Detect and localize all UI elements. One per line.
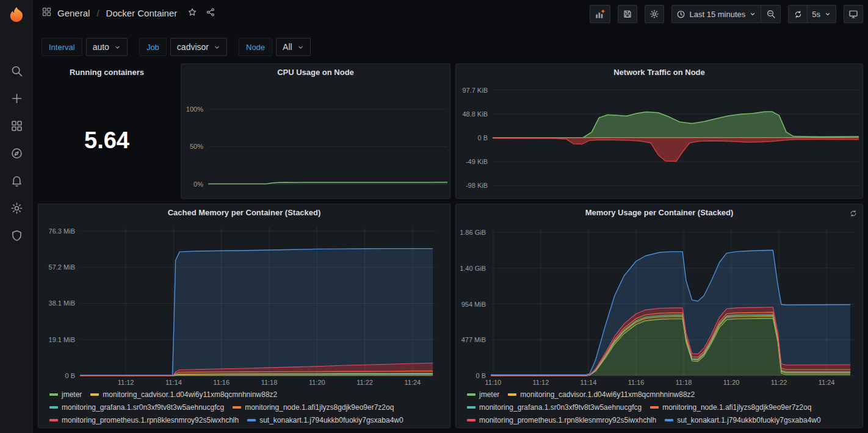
- svg-text:0 B: 0 B: [476, 372, 486, 379]
- svg-text:11:14: 11:14: [165, 379, 182, 386]
- svg-text:38.1 MiB: 38.1 MiB: [49, 299, 75, 307]
- variable-value-job[interactable]: cadvisor: [170, 38, 227, 56]
- legend-label: sut_konakart.1.j794ukkb0fuokiy7gsxaba4w0: [677, 414, 821, 426]
- alerting-icon[interactable]: [10, 174, 23, 187]
- legend-marker: [508, 393, 516, 396]
- legend-item[interactable]: monitoring_node.1.afi1jlyzs8gdjk9eo9er7z…: [233, 401, 394, 413]
- svg-text:57.2 MiB: 57.2 MiB: [49, 263, 75, 271]
- variable-value-node[interactable]: All: [276, 38, 311, 56]
- panel-title: Memory Usage per Container (Stacked): [456, 208, 863, 217]
- variable-label-interval: Interval: [42, 38, 82, 56]
- configuration-icon[interactable]: [10, 202, 23, 215]
- panel-network-traffic[interactable]: Network Traffic on Node 97.7 KiB48.8 KiB…: [455, 63, 863, 199]
- stat-value: 5.64: [38, 127, 175, 154]
- svg-text:76.3 MiB: 76.3 MiB: [49, 227, 75, 235]
- svg-text:11:12: 11:12: [118, 379, 134, 386]
- network-traffic-chart: 97.7 KiB48.8 KiB0 B-49 KiB-98 KiB: [456, 64, 863, 201]
- explore-icon[interactable]: [10, 147, 23, 160]
- legend-label: monitoring_grafana.1.sr0n3xf9tv8t3w5aehn…: [62, 401, 224, 413]
- legend-label: monitoring_cadvisor.1.d04wi6y11xm8qcmnhn…: [520, 388, 695, 401]
- svg-text:11:10: 11:10: [485, 379, 502, 386]
- svg-text:100%: 100%: [186, 106, 203, 113]
- legend-marker: [467, 419, 476, 421]
- svg-text:11:24: 11:24: [404, 379, 421, 386]
- svg-text:0 B: 0 B: [477, 134, 488, 141]
- legend-label: monitoring_prometheus.1.rpn8klesnmroy92s…: [62, 414, 239, 426]
- panel-memory-usage[interactable]: Memory Usage per Container (Stacked) 11:…: [455, 204, 863, 428]
- grafana-logo[interactable]: [0, 0, 33, 29]
- legend-item[interactable]: monitoring_cadvisor.1.d04wi6y11xm8qcmnhn…: [90, 388, 277, 401]
- legend-item[interactable]: monitoring_prometheus.1.rpn8klesnmroy92s…: [49, 414, 239, 426]
- legend-label: monitoring_prometheus.1.rpn8klesnmroy92s…: [479, 414, 656, 426]
- search-icon[interactable]: [10, 65, 23, 77]
- panel-cpu-usage[interactable]: CPU Usage on Node 100%50%0%: [181, 63, 450, 199]
- legend-marker: [49, 393, 58, 396]
- panel-cached-memory[interactable]: Cached Memory per Container (Stacked) 11…: [38, 204, 450, 428]
- breadcrumb-page[interactable]: Docker Container: [106, 8, 178, 18]
- time-range-picker[interactable]: Last 15 minutes: [671, 5, 761, 23]
- legend-item[interactable]: monitoring_prometheus.1.rpn8klesnmroy92s…: [467, 414, 656, 426]
- sidebar: [0, 0, 33, 433]
- svg-text:11:24: 11:24: [819, 379, 835, 386]
- star-icon[interactable]: [187, 7, 197, 19]
- legend-marker: [49, 419, 58, 421]
- variable-label-job: Job: [139, 38, 167, 56]
- panel-title: Running containers: [38, 68, 175, 77]
- legend-label: jmeter: [62, 388, 82, 401]
- svg-text:-98 KiB: -98 KiB: [466, 182, 488, 189]
- legend-label: jmeter: [479, 388, 499, 401]
- dashboard-settings-button[interactable]: [645, 5, 664, 23]
- refresh-button[interactable]: [788, 5, 808, 23]
- legend-item[interactable]: jmeter: [467, 388, 499, 401]
- legend-item[interactable]: sut_konakart.1.j794ukkb0fuokiy7gsxaba4w0: [247, 414, 403, 426]
- svg-text:11:18: 11:18: [261, 379, 278, 386]
- dashboards-icon[interactable]: [10, 120, 23, 132]
- toolbar: Last 15 minutes 5s: [590, 5, 863, 23]
- legend-item[interactable]: sut_konakart.1.j794ukkb0fuokiy7gsxaba4w0: [665, 414, 821, 426]
- legend-marker: [90, 393, 99, 396]
- main-area: General / Docker Container Last 15 minut…: [33, 0, 868, 433]
- variable-value-interval[interactable]: auto: [86, 38, 128, 56]
- zoom-out-button[interactable]: [761, 5, 781, 23]
- legend-item[interactable]: monitoring_grafana.1.sr0n3xf9tv8t3w5aehn…: [467, 401, 642, 413]
- breadcrumb-separator: /: [95, 8, 100, 18]
- panel-refresh-icon[interactable]: [849, 209, 858, 220]
- add-panel-button[interactable]: [590, 5, 610, 23]
- svg-text:97.7 KiB: 97.7 KiB: [462, 87, 488, 94]
- breadcrumb-section[interactable]: General: [57, 8, 90, 18]
- chart-legend: jmetermonitoring_cadvisor.1.d04wi6y11xm8…: [49, 388, 446, 426]
- svg-text:1.86 GiB: 1.86 GiB: [460, 229, 486, 236]
- variable-label-node: Node: [239, 38, 272, 56]
- server-admin-icon[interactable]: [10, 229, 23, 242]
- chart-legend: jmetermonitoring_cadvisor.1.d04wi6y11xm8…: [467, 388, 859, 426]
- legend-marker: [247, 419, 256, 421]
- legend-marker: [650, 406, 659, 409]
- legend-marker: [665, 419, 673, 421]
- svg-text:50%: 50%: [190, 143, 203, 150]
- cycle-view-mode-button[interactable]: [844, 5, 863, 23]
- svg-text:11:16: 11:16: [628, 379, 645, 386]
- legend-item[interactable]: monitoring_cadvisor.1.d04wi6y11xm8qcmnhn…: [508, 388, 695, 401]
- dashboard-icon: [42, 7, 52, 19]
- panel-title: Network Traffic on Node: [456, 68, 863, 77]
- legend-item[interactable]: jmeter: [49, 388, 82, 401]
- panel-running-containers[interactable]: Running containers 5.64: [38, 63, 176, 199]
- legend-item[interactable]: monitoring_grafana.1.sr0n3xf9tv8t3w5aehn…: [49, 401, 224, 413]
- breadcrumb: General / Docker Container: [42, 7, 215, 19]
- refresh-interval-picker[interactable]: 5s: [808, 5, 836, 23]
- svg-text:11:20: 11:20: [309, 379, 325, 386]
- panel-title: CPU Usage on Node: [181, 68, 450, 77]
- svg-text:48.8 KiB: 48.8 KiB: [462, 110, 488, 118]
- create-icon[interactable]: [10, 92, 23, 105]
- save-dashboard-button[interactable]: [618, 5, 637, 23]
- svg-text:954 MiB: 954 MiB: [461, 301, 486, 308]
- legend-label: monitoring_node.1.afi1jlyzs8gdjk9eo9er7z…: [245, 401, 394, 413]
- legend-item[interactable]: monitoring_node.1.afi1jlyzs8gdjk9eo9er7z…: [650, 401, 811, 413]
- share-icon[interactable]: [206, 7, 215, 19]
- svg-text:11:22: 11:22: [356, 379, 373, 386]
- grafana-dashboard: General / Docker Container Last 15 minut…: [0, 0, 868, 433]
- legend-marker: [467, 393, 476, 396]
- legend-marker: [233, 406, 241, 409]
- svg-text:11:22: 11:22: [771, 379, 787, 386]
- svg-text:11:16: 11:16: [213, 379, 230, 386]
